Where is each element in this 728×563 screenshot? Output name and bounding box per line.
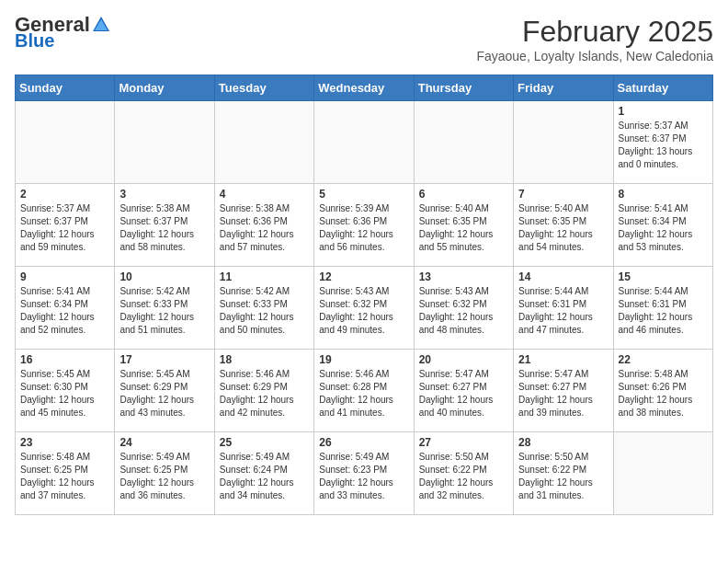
calendar-cell — [414, 101, 513, 184]
calendar-cell: 1Sunrise: 5:37 AM Sunset: 6:37 PM Daylig… — [613, 101, 712, 184]
weekday-header-thursday: Thursday — [414, 75, 513, 101]
calendar-cell: 6Sunrise: 5:40 AM Sunset: 6:35 PM Daylig… — [414, 184, 513, 267]
day-number: 8 — [619, 188, 708, 201]
calendar-cell: 9Sunrise: 5:41 AM Sunset: 6:34 PM Daylig… — [16, 267, 115, 350]
day-info: Sunrise: 5:46 AM Sunset: 6:28 PM Dayligh… — [319, 368, 408, 419]
day-number: 13 — [419, 270, 508, 283]
calendar-cell — [613, 432, 712, 515]
day-info: Sunrise: 5:41 AM Sunset: 6:34 PM Dayligh… — [619, 202, 708, 254]
day-info: Sunrise: 5:47 AM Sunset: 6:27 PM Dayligh… — [419, 368, 508, 419]
location: Fayaoue, Loyalty Islands, New Caledonia — [476, 49, 713, 63]
calendar-cell — [314, 101, 414, 184]
calendar-cell: 19Sunrise: 5:46 AM Sunset: 6:28 PM Dayli… — [314, 350, 414, 432]
calendar-cell: 21Sunrise: 5:47 AM Sunset: 6:27 PM Dayli… — [514, 350, 613, 432]
calendar-cell: 14Sunrise: 5:44 AM Sunset: 6:31 PM Dayli… — [514, 267, 613, 350]
day-number: 12 — [319, 270, 408, 283]
title-block: February 2025 Fayaoue, Loyalty Islands, … — [476, 15, 713, 63]
calendar-cell: 15Sunrise: 5:44 AM Sunset: 6:31 PM Dayli… — [613, 267, 712, 350]
calendar-cell: 26Sunrise: 5:49 AM Sunset: 6:23 PM Dayli… — [314, 432, 414, 515]
calendar-cell: 13Sunrise: 5:43 AM Sunset: 6:32 PM Dayli… — [414, 267, 513, 350]
day-info: Sunrise: 5:49 AM Sunset: 6:25 PM Dayligh… — [119, 451, 209, 502]
weekday-header-row: SundayMondayTuesdayWednesdayThursdayFrid… — [16, 75, 713, 101]
day-info: Sunrise: 5:37 AM Sunset: 6:37 PM Dayligh… — [20, 202, 109, 254]
day-info: Sunrise: 5:44 AM Sunset: 6:31 PM Dayligh… — [619, 285, 708, 337]
calendar-cell — [16, 101, 115, 184]
day-number: 28 — [518, 436, 608, 449]
day-info: Sunrise: 5:44 AM Sunset: 6:31 PM Dayligh… — [518, 285, 608, 337]
day-number: 16 — [20, 353, 109, 366]
calendar-cell: 22Sunrise: 5:48 AM Sunset: 6:26 PM Dayli… — [613, 350, 712, 432]
day-number: 25 — [220, 436, 309, 449]
calendar-cell: 27Sunrise: 5:50 AM Sunset: 6:22 PM Dayli… — [414, 432, 513, 515]
day-number: 9 — [20, 270, 109, 283]
day-number: 4 — [220, 188, 309, 201]
calendar-cell: 10Sunrise: 5:42 AM Sunset: 6:33 PM Dayli… — [115, 267, 214, 350]
logo: General Blue — [15, 15, 112, 50]
weekday-header-saturday: Saturday — [613, 75, 712, 101]
day-info: Sunrise: 5:50 AM Sunset: 6:22 PM Dayligh… — [419, 451, 508, 502]
day-number: 7 — [518, 188, 608, 201]
day-number: 18 — [220, 353, 309, 366]
day-number: 21 — [518, 353, 608, 366]
day-info: Sunrise: 5:42 AM Sunset: 6:33 PM Dayligh… — [119, 285, 209, 337]
calendar-cell: 28Sunrise: 5:50 AM Sunset: 6:22 PM Dayli… — [514, 432, 613, 515]
day-number: 26 — [319, 436, 408, 449]
day-number: 20 — [419, 353, 508, 366]
calendar-cell: 7Sunrise: 5:40 AM Sunset: 6:35 PM Daylig… — [514, 184, 613, 267]
day-number: 10 — [119, 270, 209, 283]
day-info: Sunrise: 5:50 AM Sunset: 6:22 PM Dayligh… — [518, 451, 608, 502]
weekday-header-wednesday: Wednesday — [314, 75, 414, 101]
day-info: Sunrise: 5:38 AM Sunset: 6:36 PM Dayligh… — [220, 202, 309, 254]
calendar-cell: 25Sunrise: 5:49 AM Sunset: 6:24 PM Dayli… — [214, 432, 313, 515]
calendar-cell: 24Sunrise: 5:49 AM Sunset: 6:25 PM Dayli… — [115, 432, 214, 515]
day-number: 22 — [619, 353, 708, 366]
weekday-header-friday: Friday — [514, 75, 613, 101]
day-info: Sunrise: 5:48 AM Sunset: 6:26 PM Dayligh… — [619, 368, 708, 419]
calendar-cell — [514, 101, 613, 184]
calendar-week-3: 9Sunrise: 5:41 AM Sunset: 6:34 PM Daylig… — [16, 267, 713, 350]
day-info: Sunrise: 5:40 AM Sunset: 6:35 PM Dayligh… — [419, 202, 508, 254]
day-number: 1 — [619, 105, 708, 118]
calendar-cell: 4Sunrise: 5:38 AM Sunset: 6:36 PM Daylig… — [214, 184, 313, 267]
calendar-cell: 20Sunrise: 5:47 AM Sunset: 6:27 PM Dayli… — [414, 350, 513, 432]
day-info: Sunrise: 5:45 AM Sunset: 6:30 PM Dayligh… — [20, 368, 109, 419]
day-number: 2 — [20, 188, 109, 201]
day-info: Sunrise: 5:46 AM Sunset: 6:29 PM Dayligh… — [220, 368, 309, 419]
weekday-header-sunday: Sunday — [16, 75, 115, 101]
day-info: Sunrise: 5:38 AM Sunset: 6:37 PM Dayligh… — [119, 202, 209, 254]
month-title: February 2025 — [476, 15, 713, 49]
day-number: 24 — [119, 436, 209, 449]
calendar-cell: 3Sunrise: 5:38 AM Sunset: 6:37 PM Daylig… — [115, 184, 214, 267]
calendar-cell: 11Sunrise: 5:42 AM Sunset: 6:33 PM Dayli… — [214, 267, 313, 350]
day-info: Sunrise: 5:45 AM Sunset: 6:29 PM Dayligh… — [119, 368, 209, 419]
calendar-cell — [214, 101, 313, 184]
day-info: Sunrise: 5:42 AM Sunset: 6:33 PM Dayligh… — [220, 285, 309, 337]
calendar-cell: 18Sunrise: 5:46 AM Sunset: 6:29 PM Dayli… — [214, 350, 313, 432]
day-number: 14 — [518, 270, 608, 283]
page-header: General Blue February 2025 Fayaoue, Loya… — [15, 15, 713, 63]
logo-blue: Blue — [15, 31, 54, 50]
calendar: SundayMondayTuesdayWednesdayThursdayFrid… — [15, 75, 713, 515]
day-number: 3 — [119, 188, 209, 201]
day-info: Sunrise: 5:48 AM Sunset: 6:25 PM Dayligh… — [20, 451, 109, 502]
calendar-cell: 16Sunrise: 5:45 AM Sunset: 6:30 PM Dayli… — [16, 350, 115, 432]
calendar-week-1: 1Sunrise: 5:37 AM Sunset: 6:37 PM Daylig… — [16, 101, 713, 184]
day-number: 23 — [20, 436, 109, 449]
day-info: Sunrise: 5:49 AM Sunset: 6:23 PM Dayligh… — [319, 451, 408, 502]
day-info: Sunrise: 5:37 AM Sunset: 6:37 PM Dayligh… — [619, 120, 708, 171]
day-number: 17 — [119, 353, 209, 366]
weekday-header-monday: Monday — [115, 75, 214, 101]
day-info: Sunrise: 5:40 AM Sunset: 6:35 PM Dayligh… — [518, 202, 608, 254]
day-info: Sunrise: 5:49 AM Sunset: 6:24 PM Dayligh… — [220, 451, 309, 502]
calendar-cell: 2Sunrise: 5:37 AM Sunset: 6:37 PM Daylig… — [16, 184, 115, 267]
logo-icon — [91, 15, 111, 35]
calendar-cell: 23Sunrise: 5:48 AM Sunset: 6:25 PM Dayli… — [16, 432, 115, 515]
weekday-header-tuesday: Tuesday — [214, 75, 313, 101]
day-info: Sunrise: 5:41 AM Sunset: 6:34 PM Dayligh… — [20, 285, 109, 337]
day-number: 19 — [319, 353, 408, 366]
day-info: Sunrise: 5:39 AM Sunset: 6:36 PM Dayligh… — [319, 202, 408, 254]
calendar-week-4: 16Sunrise: 5:45 AM Sunset: 6:30 PM Dayli… — [16, 350, 713, 432]
day-number: 5 — [319, 188, 408, 201]
calendar-week-2: 2Sunrise: 5:37 AM Sunset: 6:37 PM Daylig… — [16, 184, 713, 267]
calendar-week-5: 23Sunrise: 5:48 AM Sunset: 6:25 PM Dayli… — [16, 432, 713, 515]
